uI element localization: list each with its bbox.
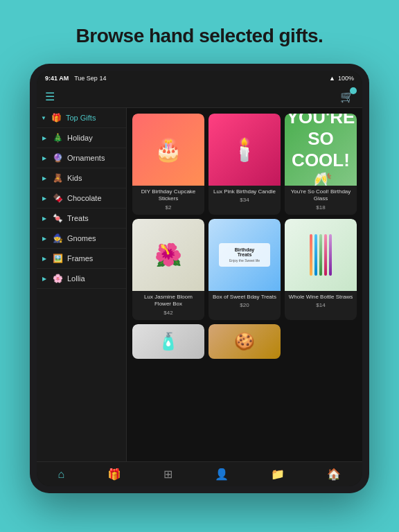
browse-icon: ⊞ [163,468,172,481]
sidebar-item-gnomes[interactable]: ▶ 🧙 Gnomes [37,229,126,249]
ornaments-label: Ornaments [67,154,105,162]
holiday-icon: 🎄 [52,133,63,143]
product-card-stickers[interactable]: 🎂 DIY Birthday Cupcake Stickers $2 [132,114,204,215]
product-info-flower: Lux Jasmine Bloom Flower Box $42 [132,291,204,320]
top-gifts-label: Top Gifts [66,114,96,122]
product-name-straws: Whole Wine Bottle Straws [288,294,353,301]
product-name-candle: Lux Pink Birthday Candle [212,188,277,195]
frames-icon: 🖼️ [52,254,63,263]
arrow-icon: ▼ [41,115,46,121]
sidebar-item-treats[interactable]: ▶ 🍬 Treats [37,209,126,229]
gnomes-label: Gnomes [67,234,96,242]
sidebar-item-frames[interactable]: ▶ 🖼️ Frames [37,249,126,269]
saved-icon: 📁 [271,468,285,481]
arrow-icon: ▶ [42,215,48,222]
nav-browse[interactable]: ⊞ [158,466,178,482]
product-card-partial1[interactable]: 🧴 [132,324,204,359]
product-name-glass: You're So Cool! Birthday Glass [288,188,353,203]
product-image-partial2: 🍪 [209,324,281,359]
app-content: ▼ 🎁 Top Gifts ▶ 🎄 Holiday ▶ 🔮 Ornaments … [37,108,362,461]
kids-label: Kids [67,174,82,182]
status-bar: 9:41 AM Tue Sep 14 ▲ 100% [37,71,362,86]
product-image-straws [285,219,357,291]
sidebar-item-ornaments[interactable]: ▶ 🔮 Ornaments [37,148,126,168]
arrow-icon: ▶ [42,276,48,282]
status-date: Tue Sep 14 [74,75,106,82]
product-image-candle: 🕯️ [209,114,281,186]
product-info-straws: Whole Wine Bottle Straws $14 [285,291,357,312]
status-icons: ▲ 100% [329,75,354,82]
product-image-glass: YOU'RE SO COOL! 🥂 [285,114,357,186]
product-name-stickers: DIY Birthday Cupcake Stickers [136,188,201,203]
arrow-icon: ▶ [42,195,48,202]
product-image-partial1: 🧴 [132,324,204,359]
product-name-flower: Lux Jasmine Bloom Flower Box [136,294,201,308]
arrow-icon: ▶ [42,175,48,181]
app-header: ☰ 🛒 [37,86,362,108]
profile-icon: 👤 [215,468,229,481]
lollia-icon: 🌸 [52,274,63,283]
ornaments-icon: 🔮 [52,153,63,163]
sidebar-item-top-gifts[interactable]: ▼ 🎁 Top Gifts [37,108,126,128]
sidebar-item-holiday[interactable]: ▶ 🎄 Holiday [37,128,126,148]
nav-store[interactable]: 🏠 [321,466,346,482]
product-price-straws: $14 [288,302,353,308]
product-image-flower: 🌺 [132,219,204,291]
treats-icon: 🍬 [52,213,63,223]
menu-button[interactable]: ☰ [45,90,55,103]
product-image-treats: Birthday Treats Enjoy the Sweet life [209,219,281,291]
product-card-straws[interactable]: Whole Wine Bottle Straws $14 [285,219,357,320]
chocolate-label: Chocolate [67,194,102,202]
product-price-stickers: $2 [136,204,201,211]
kids-icon: 🧸 [52,173,63,183]
sidebar: ▼ 🎁 Top Gifts ▶ 🎄 Holiday ▶ 🔮 Ornaments … [37,108,127,461]
top-gifts-icon: 🎁 [51,113,62,123]
product-card-flower[interactable]: 🌺 Lux Jasmine Bloom Flower Box $42 [132,219,204,320]
sidebar-item-lollia[interactable]: ▶ 🌸 Lollia [37,269,126,289]
battery-status: 100% [338,75,354,82]
arrow-icon: ▶ [42,135,48,141]
holiday-label: Holiday [67,134,93,142]
arrow-icon: ▶ [42,236,48,242]
lollia-label: Lollia [67,274,85,283]
cart-button[interactable]: 🛒 [340,90,354,103]
product-info-stickers: DIY Birthday Cupcake Stickers $2 [132,186,204,215]
arrow-icon: ▶ [42,256,48,262]
product-card-glass[interactable]: YOU'RE SO COOL! 🥂 You're So Cool! Birthd… [285,114,357,215]
products-grid: 🎂 DIY Birthday Cupcake Stickers $2 🕯️ [132,114,357,359]
tablet-device: 9:41 AM Tue Sep 14 ▲ 100% ☰ 🛒 ▼ 🎁 [30,64,369,493]
product-info-candle: Lux Pink Birthday Candle $34 [209,186,281,207]
product-price-flower: $42 [136,310,201,316]
nav-home[interactable]: ⌂ [53,467,71,482]
bottom-nav: ⌂ 🎁 ⊞ 👤 📁 🏠 [37,461,362,486]
product-card-partial2[interactable]: 🍪 [209,324,281,359]
nav-saved[interactable]: 📁 [265,466,290,482]
sidebar-item-kids[interactable]: ▶ 🧸 Kids [37,168,126,188]
gifts-icon: 🎁 [107,468,121,481]
product-info-treats: Box of Sweet Bday Treats $20 [209,291,281,312]
wifi-icon: ▲ [329,75,335,82]
product-price-glass: $18 [288,204,353,211]
product-image-stickers: 🎂 [132,114,204,186]
cart-badge [350,87,357,94]
products-area: 🎂 DIY Birthday Cupcake Stickers $2 🕯️ [127,108,362,461]
store-icon: 🏠 [327,468,341,481]
chocolate-icon: 🍫 [52,193,63,203]
arrow-icon: ▶ [42,155,48,161]
product-info-glass: You're So Cool! Birthday Glass $18 [285,186,357,215]
gnomes-icon: 🧙 [52,233,63,243]
nav-profile[interactable]: 👤 [209,466,234,482]
product-price-candle: $34 [212,197,277,203]
product-name-treats: Box of Sweet Bday Treats [212,294,277,301]
home-icon: ⌂ [58,468,65,481]
treats-label: Treats [67,214,89,222]
product-card-candle[interactable]: 🕯️ Lux Pink Birthday Candle $34 [209,114,281,215]
tablet-screen: 9:41 AM Tue Sep 14 ▲ 100% ☰ 🛒 ▼ 🎁 [37,71,362,486]
product-card-treats[interactable]: Birthday Treats Enjoy the Sweet life Box… [209,219,281,320]
nav-gifts[interactable]: 🎁 [102,466,127,482]
sidebar-item-chocolate[interactable]: ▶ 🍫 Chocolate [37,188,126,209]
status-time: 9:41 AM [45,75,69,82]
frames-label: Frames [67,254,93,263]
product-price-treats: $20 [212,302,277,308]
page-title: Browse hand selected gifts. [62,25,337,47]
